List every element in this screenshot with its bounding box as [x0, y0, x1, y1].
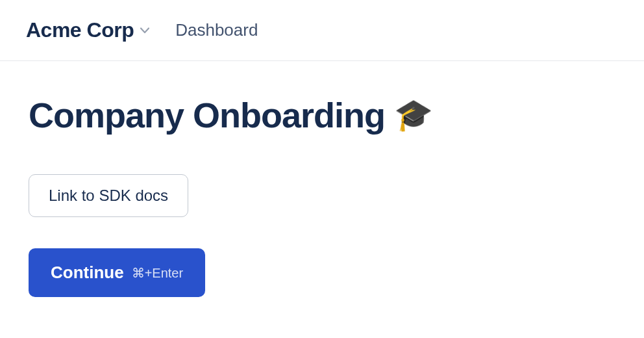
link-sdk-docs-button[interactable]: Link to SDK docs: [29, 174, 188, 217]
continue-shortcut: ⌘+Enter: [132, 265, 183, 281]
org-name: Acme Corp: [26, 18, 134, 42]
continue-button-label: Continue: [51, 263, 124, 283]
page-title-wrap: Company Onboarding 🎓: [29, 95, 615, 135]
nav-dashboard[interactable]: Dashboard: [175, 20, 258, 40]
graduation-cap-icon: 🎓: [394, 99, 433, 131]
page-title: Company Onboarding: [29, 95, 385, 135]
continue-button[interactable]: Continue ⌘+Enter: [29, 248, 205, 297]
chevron-down-icon: [140, 26, 149, 35]
header-bar: Acme Corp Dashboard: [0, 0, 644, 61]
main-content: Company Onboarding 🎓 Link to SDK docs Co…: [0, 61, 644, 331]
org-selector[interactable]: Acme Corp: [26, 18, 149, 42]
